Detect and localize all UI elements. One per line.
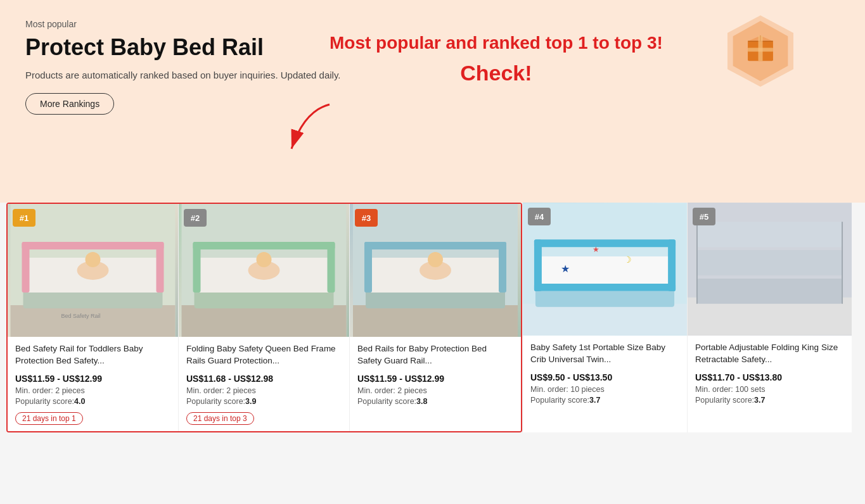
product-card[interactable]: #3Bed Rails for Baby Protection Bed Safe… [350, 204, 521, 431]
rank-badge: #5 [693, 208, 715, 225]
svg-rect-44 [534, 284, 676, 291]
svg-rect-29 [353, 305, 518, 337]
svg-rect-51 [697, 250, 842, 275]
product-min-order: Min. order: 10 pieces [530, 385, 679, 394]
product-image-wrapper: Bed Safety Rail #1 [8, 204, 178, 337]
product-card[interactable]: #5Portable Adjustable Folding King Size … [687, 203, 852, 432]
svg-rect-15 [22, 242, 164, 249]
product-image-wrapper: #2 [179, 204, 349, 337]
product-image-wrapper: #5 [688, 203, 852, 336]
arrow-icon [272, 98, 349, 164]
promo-line2: Check! [330, 61, 663, 85]
product-info: Bed Safety Rail for Toddlers Baby Protec… [8, 337, 178, 431]
product-price: US$11.70 - US$13.80 [695, 372, 844, 382]
product-popularity: Popularity score:3.9 [186, 397, 342, 406]
page-wrapper: Most popular Protect Baby Bed Rail Produ… [0, 0, 865, 445]
svg-rect-52 [697, 222, 842, 247]
product-price: US$11.59 - US$12.99 [15, 374, 170, 384]
product-info: Folding Baby Safety Queen Bed Frame Rail… [179, 337, 349, 431]
product-name: Bed Rails for Baby Protection Bed Safety… [357, 343, 513, 369]
svg-rect-20 [182, 305, 347, 337]
svg-text:★: ★ [593, 245, 599, 254]
products-section: Bed Safety Rail #1Bed Safety Rail for To… [0, 203, 865, 445]
svg-rect-34 [364, 242, 506, 249]
products-right: ★ ☽ ★ #4Baby Safety 1st Portable Size Ba… [522, 203, 852, 432]
product-min-order: Min. order: 100 sets [695, 385, 844, 394]
hex-box-icon [719, 13, 802, 95]
product-price: US$11.68 - US$12.98 [186, 374, 342, 384]
svg-rect-25 [193, 242, 335, 249]
banner-section: Most popular Protect Baby Bed Rail Produ… [0, 0, 865, 203]
product-min-order: Min. order: 2 pieces [357, 386, 513, 395]
top-days-badge: 21 days in top 1 [15, 412, 83, 425]
product-card[interactable]: Bed Safety Rail #1Bed Safety Rail for To… [8, 204, 179, 431]
product-name: Portable Adjustable Folding King Size Re… [695, 342, 844, 367]
product-min-order: Min. order: 2 pieces [15, 386, 170, 395]
svg-rect-41 [534, 239, 542, 291]
product-min-order: Min. order: 2 pieces [186, 386, 342, 395]
product-name: Bed Safety Rail for Toddlers Baby Protec… [15, 343, 170, 369]
product-card[interactable]: #2Folding Baby Safety Queen Bed Frame Ra… [179, 204, 350, 431]
svg-text:Bed Safety Rail: Bed Safety Rail [61, 313, 101, 319]
most-popular-label: Most popular [25, 19, 840, 29]
more-rankings-button[interactable]: More Rankings [25, 93, 114, 115]
rank-badge: #4 [528, 208, 551, 225]
svg-rect-8 [748, 47, 773, 51]
svg-text:☽: ☽ [624, 255, 632, 265]
product-info: Bed Rails for Baby Protection Bed Safety… [350, 337, 521, 431]
top3-wrapper: Bed Safety Rail #1Bed Safety Rail for To… [6, 203, 522, 432]
svg-rect-10 [11, 305, 176, 337]
top-days-badge: 21 days in top 3 [186, 412, 254, 425]
product-card[interactable]: ★ ☽ ★ #4Baby Safety 1st Portable Size Ba… [522, 203, 687, 432]
product-price: US$11.59 - US$12.99 [357, 374, 513, 384]
product-name: Folding Baby Safety Queen Bed Frame Rail… [186, 343, 342, 369]
svg-point-17 [86, 252, 101, 267]
promo-line1: Most popular and ranked top 1 to top 3! [330, 32, 663, 54]
product-image-wrapper: ★ ☽ ★ #4 [523, 203, 687, 336]
product-popularity: Popularity score:3.7 [530, 396, 679, 405]
svg-point-36 [428, 252, 443, 267]
promo-text: Most popular and ranked top 1 to top 3! … [330, 32, 663, 85]
rank-badge: #1 [13, 209, 35, 227]
product-popularity: Popularity score:4.0 [15, 397, 170, 406]
products-grid: Bed Safety Rail #1Bed Safety Rail for To… [6, 203, 859, 432]
product-info: Baby Safety 1st Portable Size Baby Crib … [523, 336, 687, 432]
rank-badge: #3 [355, 209, 378, 227]
product-popularity: Popularity score:3.8 [357, 397, 513, 406]
svg-rect-42 [668, 239, 676, 291]
product-image-wrapper: #3 [350, 204, 521, 337]
svg-point-27 [257, 252, 272, 267]
svg-rect-43 [534, 239, 676, 247]
svg-rect-38 [523, 304, 687, 336]
product-name: Baby Safety 1st Portable Size Baby Crib … [530, 342, 679, 367]
product-popularity: Popularity score:3.7 [695, 396, 844, 405]
rank-badge: #2 [184, 209, 207, 227]
svg-rect-50 [697, 279, 842, 304]
svg-text:★: ★ [561, 263, 570, 274]
product-info: Portable Adjustable Folding King Size Re… [688, 336, 852, 432]
product-price: US$9.50 - US$13.50 [530, 372, 679, 382]
